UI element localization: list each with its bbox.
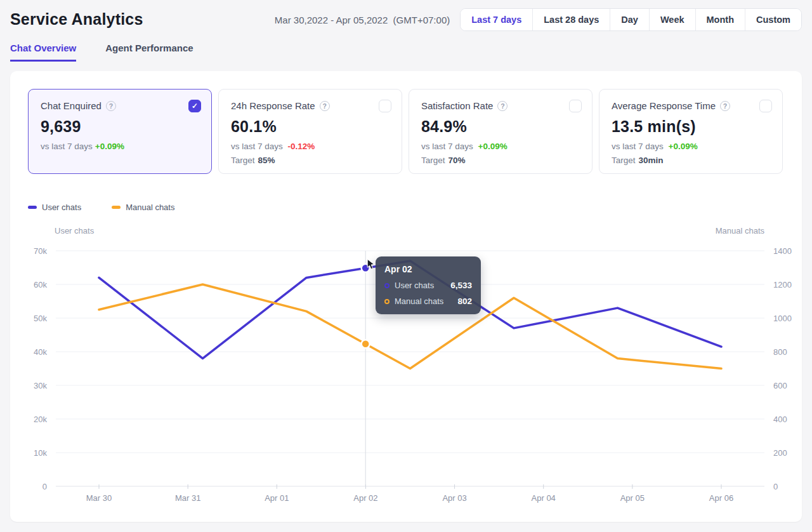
help-icon[interactable]: ? [497, 101, 508, 111]
svg-text:Apr 06: Apr 06 [709, 493, 733, 503]
svg-text:Mar 31: Mar 31 [175, 493, 200, 503]
range-button-day[interactable]: Day [610, 9, 649, 30]
card-target: Target70% [421, 156, 580, 165]
page-title: Service Analytics [10, 10, 143, 29]
svg-text:10k: 10k [34, 448, 47, 458]
svg-text:50k: 50k [34, 314, 47, 323]
delta-value: -0.12% [288, 142, 315, 151]
card-value: 13.5 min(s) [612, 117, 770, 136]
card-satisfaction-rate[interactable]: Satisfaction Rate ? 84.9% vs last 7 days… [409, 89, 593, 174]
svg-text:0: 0 [43, 482, 47, 491]
range-button-last-7-days[interactable]: Last 7 days [461, 9, 532, 30]
legend-item-manual-chats[interactable]: Manual chats [112, 203, 174, 212]
svg-text:0: 0 [773, 482, 778, 491]
card-value: 84.9% [421, 117, 580, 136]
card-target: Target85% [231, 156, 390, 165]
date-range-text: Mar 30,2022 - Apr 05,2022 [275, 15, 388, 25]
metric-cards-row: Chat Enquired ? ✓ 9,639 vs last 7 days+0… [28, 89, 783, 174]
svg-text:30k: 30k [34, 381, 47, 390]
card-title: Average Response Time [612, 100, 716, 111]
svg-text:1200: 1200 [773, 280, 792, 289]
range-button-month[interactable]: Month [695, 9, 745, 30]
svg-text:User chats: User chats [55, 226, 95, 236]
delta-value: +0.09% [95, 142, 124, 151]
card-title: Satisfaction Rate [421, 100, 493, 111]
main-panel: Chat Enquired ? ✓ 9,639 vs last 7 days+0… [10, 71, 802, 522]
date-range-button-group: Last 7 days Last 28 days Day Week Month … [460, 8, 802, 31]
card-comparison: vs last 7 days +0.09% [612, 142, 770, 151]
card-checkbox-checked[interactable]: ✓ [188, 100, 201, 112]
card-average-response-time[interactable]: Average Response Time ? 13.5 min(s) vs l… [599, 89, 783, 174]
manual-chats-swatch-icon [112, 206, 121, 209]
legend-label: Manual chats [126, 203, 174, 212]
manual-chats-ring-icon [384, 299, 390, 304]
svg-text:Apr 04: Apr 04 [532, 493, 556, 503]
legend-label: User chats [42, 203, 81, 212]
tab-agent-performance[interactable]: Agent Performance [105, 43, 193, 62]
tab-bar: Chat Overview Agent Performance [10, 43, 193, 62]
svg-text:60k: 60k [34, 280, 47, 289]
card-checkbox-unchecked[interactable] [569, 100, 582, 112]
help-icon[interactable]: ? [106, 101, 116, 111]
chart-legend: User chats Manual chats [28, 203, 174, 212]
card-comparison: vs last 7 days +0.09% [421, 142, 580, 151]
svg-text:70k: 70k [34, 246, 47, 256]
tab-chat-overview[interactable]: Chat Overview [10, 43, 76, 62]
svg-text:Apr 02: Apr 02 [353, 493, 377, 503]
header-right: Mar 30,2022 - Apr 05,2022 (GMT+07:00) La… [275, 8, 802, 31]
svg-text:800: 800 [773, 347, 787, 357]
range-button-last-28-days[interactable]: Last 28 days [532, 9, 610, 30]
card-comparison: vs last 7 days+0.09% [41, 142, 199, 151]
card-chat-enquired[interactable]: Chat Enquired ? ✓ 9,639 vs last 7 days+0… [28, 89, 212, 174]
card-checkbox-unchecked[interactable] [759, 100, 772, 112]
svg-text:Apr 01: Apr 01 [265, 493, 289, 503]
delta-value: +0.09% [669, 142, 698, 151]
card-comparison: vs last 7 days -0.12% [231, 142, 390, 151]
svg-text:1400: 1400 [773, 246, 792, 256]
service-analytics-page: { "header": { "title": "Service Analytic… [0, 0, 812, 532]
svg-text:400: 400 [773, 415, 787, 424]
tooltip-row-manual-chats: Manual chats 802 [384, 296, 472, 306]
delta-value: +0.09% [478, 142, 508, 151]
card-target: Target30min [612, 156, 770, 165]
svg-text:Mar 30: Mar 30 [86, 493, 112, 503]
card-title: 24h Response Rate [231, 100, 315, 111]
help-icon[interactable]: ? [320, 101, 330, 111]
card-value: 60.1% [231, 117, 390, 136]
svg-text:200: 200 [773, 448, 787, 458]
range-button-week[interactable]: Week [649, 9, 695, 30]
chart-tooltip: Apr 02 User chats 6,533 Manual chats 802 [376, 256, 481, 314]
svg-text:20k: 20k [34, 415, 47, 424]
svg-text:Apr 03: Apr 03 [442, 493, 466, 503]
tooltip-row-user-chats: User chats 6,533 [384, 281, 472, 290]
svg-text:Manual chats: Manual chats [716, 226, 765, 236]
card-title: Chat Enquired [41, 100, 102, 111]
date-range-label: Mar 30,2022 - Apr 05,2022 (GMT+07:00) [275, 15, 450, 25]
svg-text:600: 600 [773, 381, 787, 390]
user-chats-swatch-icon [28, 206, 37, 209]
card-value: 9,639 [41, 117, 199, 136]
svg-text:Apr 05: Apr 05 [620, 493, 645, 503]
range-button-custom[interactable]: Custom [745, 9, 801, 30]
svg-text:40k: 40k [34, 347, 47, 357]
tooltip-date: Apr 02 [384, 264, 472, 274]
timezone-text: (GMT+07:00) [393, 15, 450, 25]
svg-text:1000: 1000 [773, 314, 792, 323]
card-checkbox-unchecked[interactable] [379, 100, 391, 112]
card-24h-response-rate[interactable]: 24h Response Rate ? 60.1% vs last 7 days… [218, 89, 402, 174]
help-icon[interactable]: ? [720, 101, 730, 111]
user-chats-ring-icon [384, 283, 390, 288]
legend-item-user-chats[interactable]: User chats [28, 203, 81, 212]
dual-axis-line-chart[interactable]: 70k140060k120050k100040k80030k60020k4001… [10, 223, 802, 521]
